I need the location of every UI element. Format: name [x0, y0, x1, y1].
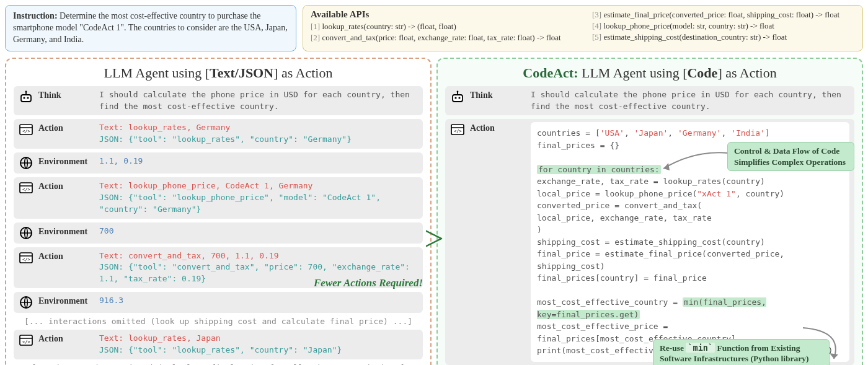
instruction-label: Instruction:: [13, 11, 58, 20]
svg-rect-20: [453, 95, 463, 102]
right-think: Think I should calculate the phone price…: [445, 86, 854, 116]
callout-reuse-min: Re-use `min` Function from ExistingSoftw…: [653, 339, 830, 365]
greater-than-sign: >: [424, 219, 444, 258]
callout-control-flow: Control & Data Flow of CodeSimplifies Co…: [727, 142, 854, 171]
code-icon: </>: [19, 333, 33, 348]
globe-icon: [19, 156, 33, 170]
svg-text:</>: </>: [22, 129, 30, 134]
left-action-2: </> Action Text: lookup_phone_price, Cod…: [14, 177, 423, 219]
api-1: [1] lookup_rates(country: str) -> (float…: [311, 21, 574, 32]
api-2: [2] convert_and_tax(price: float, exchan…: [311, 32, 574, 43]
svg-point-22: [458, 97, 460, 99]
svg-marker-28: [663, 163, 670, 170]
top-row: Instruction: Determine the most cost-eff…: [5, 5, 863, 51]
right-action: </> Action Control & Data Flow of CodeSi…: [445, 119, 854, 365]
fewer-actions-label: Fewer Actions Required!: [314, 277, 423, 289]
panel-text-json: Fewer Actions Required! LLM Agent using …: [5, 58, 432, 365]
panel-left-title: LLM Agent using [Text/JSON] as Action: [14, 65, 423, 81]
svg-point-24: [457, 90, 459, 92]
svg-rect-0: [21, 95, 31, 102]
svg-point-1: [23, 97, 25, 99]
svg-point-21: [454, 97, 456, 99]
apis-title: Available APIs: [311, 9, 574, 20]
think-body: I should calculate the phone price in US…: [99, 89, 418, 113]
robot-icon: [19, 89, 33, 104]
code-block: Control & Data Flow of CodeSimplifies Co…: [531, 122, 849, 362]
apis-box: Available APIs [1] lookup_rates(country:…: [303, 5, 863, 51]
svg-text:</>: </>: [22, 187, 30, 192]
robot-icon: [450, 89, 465, 104]
api-4: [4] lookup_phone_price(model: str, count…: [592, 20, 855, 32]
code-icon: </>: [450, 122, 465, 137]
left-env-3: Environment 916.3: [14, 292, 423, 313]
apis-col-1: Available APIs [1] lookup_rates(country:…: [311, 9, 574, 47]
api-5: [5] estimate_shipping_cost(destination_c…: [592, 32, 855, 43]
left-env-1: Environment 1.1, 0.19: [14, 152, 423, 174]
svg-text:</>: </>: [22, 257, 30, 262]
api-3: [3] estimate_final_price(converted_price…: [592, 9, 855, 20]
arrow-1-icon: [657, 141, 732, 178]
svg-point-2: [27, 97, 29, 99]
omit-1: [... interactions omitted (look up shipp…: [14, 317, 423, 326]
svg-text:</>: </>: [22, 340, 30, 345]
apis-col-2: [3] estimate_final_price(converted_price…: [592, 9, 855, 47]
instruction-box: Instruction: Determine the most cost-eff…: [5, 5, 296, 51]
code-icon: </>: [19, 180, 33, 195]
think-label: Think: [38, 89, 94, 100]
panel-code: CodeAct: LLM Agent using [Code] as Actio…: [436, 58, 863, 365]
globe-icon: [19, 295, 33, 310]
code-icon: </>: [19, 250, 33, 265]
left-action-1: </> Action Text: lookup_rates, Germany J…: [14, 119, 423, 149]
left-action-4: </> Action Text: lookup_rates, Japan JSO…: [14, 330, 423, 359]
svg-point-4: [25, 90, 27, 92]
code-icon: </>: [19, 122, 33, 137]
left-think: Think I should calculate the phone price…: [14, 86, 423, 116]
globe-icon: [19, 226, 33, 240]
panel-right-title: CodeAct: LLM Agent using [Code] as Actio…: [445, 65, 854, 81]
main-row: > Fewer Actions Required! LLM Agent usin…: [5, 58, 863, 365]
left-env-2: Environment 700: [14, 222, 423, 244]
svg-text:</>: </>: [454, 129, 462, 134]
